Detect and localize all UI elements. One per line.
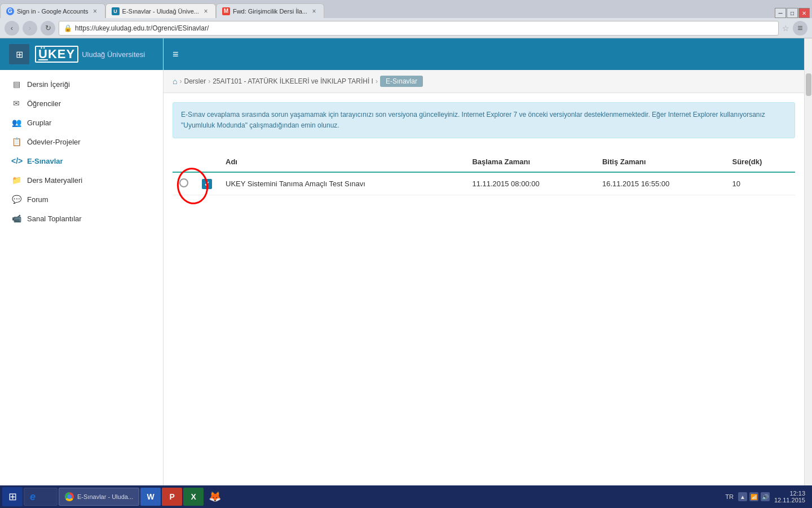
taskbar-right: TR ▲ 📶 🔊 12:13 12.11.2015: [725, 490, 810, 503]
tab-ukey[interactable]: U E-Sınavlar - Uludağ Ünive... ×: [105, 3, 216, 18]
taskbar-active-label: E-Sınavlar - Uluda...: [77, 493, 133, 500]
main-area: ⊞ ÜKEY Uludağ Üniversitesi ▤ Dersin İçer…: [0, 38, 812, 485]
start-button[interactable]: ⊞: [2, 487, 23, 506]
breadcrumb-sep-1: ›: [179, 77, 182, 85]
row-radio[interactable]: [179, 178, 188, 187]
sidebar-label-sanal-toplantilar: Sanal Toplantılar: [27, 214, 82, 223]
forum-icon: 💬: [11, 195, 21, 204]
taskbar-clock: 12:13 12.11.2015: [774, 490, 805, 503]
tray-icon-network: 📶: [749, 492, 758, 501]
materials-icon: 📁: [11, 176, 21, 185]
row-duration: 10: [726, 172, 796, 195]
sidebar-item-odevler[interactable]: 📋 Ödevler-Projeler: [0, 132, 163, 151]
tab-title-google: Sign in - Google Accounts: [17, 8, 89, 15]
homework-icon: 📋: [11, 137, 21, 146]
ukey-logo: ÜKEY: [35, 46, 78, 63]
tab-favicon-gmail: M: [222, 7, 230, 15]
taskbar-chrome[interactable]: E-Sınavlar - Uluda...: [59, 488, 139, 506]
sidebar-grid-button[interactable]: ⊞: [9, 44, 29, 64]
sidebar-item-ogrenciler[interactable]: ✉ Öğrenciler: [0, 94, 163, 113]
minimize-button[interactable]: ─: [775, 8, 786, 18]
breadcrumb: ⌂ › Dersler › 25AIT101 - ATATÜRK İLKELER…: [164, 70, 804, 93]
sidebar-item-e-sinavlar[interactable]: </> E-Sınavlar: [0, 151, 163, 170]
tab-close-gmail[interactable]: ×: [310, 7, 318, 15]
tray-icon-1: ▲: [738, 492, 747, 501]
breadcrumb-home[interactable]: ⌂: [173, 77, 177, 86]
alert-box: E-Sınav cevaplama sırasında sorun yaşama…: [173, 102, 795, 138]
taskbar-powerpoint[interactable]: P: [162, 488, 182, 506]
tab-close-google[interactable]: ×: [91, 7, 99, 15]
clock-time: 12:13: [774, 490, 805, 497]
firefox-icon: 🦊: [209, 491, 221, 503]
taskbar: ⊞ e E-Sınavlar - Uluda... W P X 🦊: [0, 485, 812, 508]
row-checkbox-cell: [195, 172, 219, 195]
sidebar-label-e-sinavlar: E-Sınavlar: [27, 157, 63, 165]
close-window-button[interactable]: ✕: [798, 8, 810, 18]
row-checkbox[interactable]: [202, 179, 212, 189]
alert-text: E-Sınav cevaplama sırasında sorun yaşama…: [181, 111, 765, 129]
col-header-action: [195, 152, 219, 172]
col-header-start: Başlama Zamanı: [465, 152, 595, 172]
meetings-icon: 📹: [11, 214, 21, 223]
col-header-duration: Süre(dk): [726, 152, 796, 172]
sidebar-item-ders-materyalleri[interactable]: 📁 Ders Materyalleri: [0, 170, 163, 190]
sidebar-item-forum[interactable]: 💬 Forum: [0, 190, 163, 209]
sidebar-menu: ▤ Dersin İçeriği ✉ Öğrenciler 👥 Gruplar …: [0, 70, 163, 485]
reload-button[interactable]: ↻: [41, 21, 55, 36]
sidebar-item-sanal-toplantilar[interactable]: 📹 Sanal Toplantılar: [0, 209, 163, 228]
table-wrapper: Adı Başlama Zamanı Bitiş Zamanı Süre(dk): [173, 152, 795, 195]
col-header-end: Bitiş Zamanı: [595, 152, 726, 172]
clock-date: 12.11.2015: [774, 497, 805, 503]
tab-title-gmail: Fwd: Girişimcilik Dersi İla...: [233, 8, 307, 15]
chrome-icon: [65, 492, 74, 501]
page-content: ≡ ⌂ › Dersler › 25AIT101 - ATATÜRK İLKEL…: [164, 38, 804, 485]
taskbar-firefox[interactable]: 🦊: [205, 488, 225, 506]
sidebar-item-dersin-icerigi[interactable]: ▤ Dersin İçeriği: [0, 75, 163, 94]
sidebar-label-forum: Forum: [27, 195, 48, 204]
back-button[interactable]: ‹: [5, 21, 19, 36]
table-row: UKEY Sistemini Tanıma Amaçlı Test Sınavı…: [173, 172, 795, 195]
breadcrumb-course[interactable]: 25AIT101 - ATATÜRK İLKELERİ ve İNKILAP T…: [213, 77, 373, 85]
tab-title-ukey: E-Sınavlar - Uludağ Ünive...: [122, 8, 199, 15]
sidebar-label-gruplar: Gruplar: [27, 119, 51, 127]
col-header-name: Adı: [219, 152, 465, 172]
system-tray-icons: ▲ 📶 🔊: [738, 492, 770, 501]
taskbar-ie[interactable]: e: [24, 488, 58, 506]
sidebar-header: ⊞ ÜKEY Uludağ Üniversitesi: [0, 38, 163, 70]
breadcrumb-dersler[interactable]: Dersler: [184, 77, 206, 85]
word-icon: W: [147, 492, 154, 501]
sidebar-label-odevler: Ödevler-Projeler: [27, 138, 81, 146]
bookmark-button[interactable]: ☆: [782, 24, 789, 33]
row-end-time: 16.11.2015 16:55:00: [595, 172, 726, 195]
tray-icon-speaker: 🔊: [761, 492, 770, 501]
forward-button[interactable]: ›: [23, 21, 37, 36]
content-area: Adı Başlama Zamanı Bitiş Zamanı Süre(dk): [164, 147, 804, 204]
table-header: Adı Başlama Zamanı Bitiş Zamanı Süre(dk): [173, 152, 795, 172]
language-indicator: TR: [725, 493, 734, 500]
scrollbar[interactable]: [804, 38, 812, 485]
taskbar-word[interactable]: W: [140, 488, 161, 506]
tab-gmail[interactable]: M Fwd: Girişimcilik Dersi İla... ×: [216, 3, 324, 18]
tab-google[interactable]: G Sign in - Google Accounts ×: [0, 3, 105, 18]
ie-icon: e: [30, 491, 36, 503]
breadcrumb-active: E-Sınavlar: [380, 76, 423, 87]
sidebar: ⊞ ÜKEY Uludağ Üniversitesi ▤ Dersin İçer…: [0, 38, 164, 485]
tab-close-ukey[interactable]: ×: [202, 7, 210, 15]
groups-icon: 👥: [11, 118, 21, 127]
row-name: UKEY Sistemini Tanıma Amaçlı Test Sınavı: [219, 172, 465, 195]
row-radio-cell: [173, 172, 195, 195]
menu-button[interactable]: ≡: [793, 21, 807, 36]
address-box[interactable]: 🔒 https://ukey.uludag.edu.tr/Ogrenci/ESi…: [59, 21, 779, 36]
row-start-time: 11.11.2015 08:00:00: [465, 172, 595, 195]
sidebar-item-gruplar[interactable]: 👥 Gruplar: [0, 113, 163, 132]
taskbar-excel[interactable]: X: [183, 488, 204, 506]
grid-icon: ⊞: [16, 49, 23, 60]
address-text: https://ukey.uludag.edu.tr/Ogrenci/ESina…: [75, 24, 774, 32]
tab-bar: G Sign in - Google Accounts × U E-Sınavl…: [0, 0, 812, 18]
windows-icon: ⊞: [8, 491, 17, 503]
maximize-button[interactable]: □: [787, 8, 798, 18]
sidebar-label-dersin-icerigi: Dersin İçeriği: [27, 80, 70, 89]
scrollbar-thumb[interactable]: [806, 73, 811, 96]
hamburger-icon[interactable]: ≡: [173, 49, 179, 60]
sidebar-label-ders-materyalleri: Ders Materyalleri: [27, 176, 82, 185]
